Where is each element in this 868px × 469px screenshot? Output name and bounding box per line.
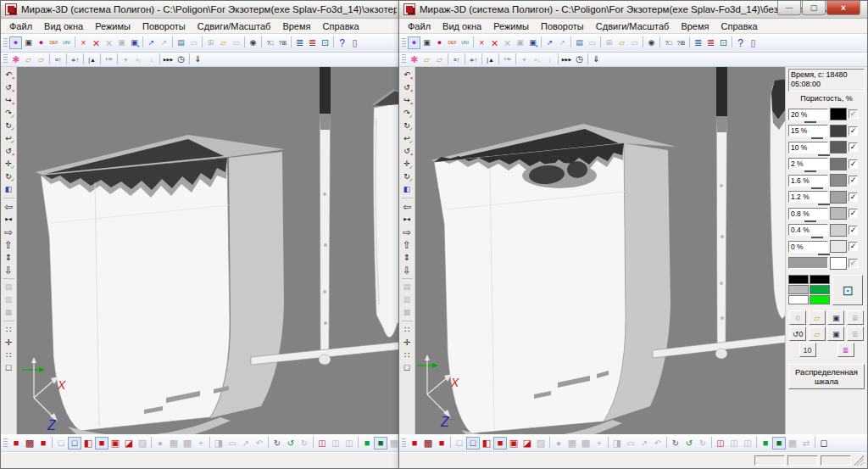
scale-value-slider[interactable] [811, 237, 823, 238]
delete-all-icon[interactable]: × [90, 36, 103, 49]
time-begin-icon[interactable]: ≑↑ [69, 53, 81, 66]
zoom-fit-icon[interactable]: ✛ [400, 336, 415, 349]
delete-all-icon[interactable]: × [488, 36, 501, 49]
rotate-y-pos-icon[interactable]: ↻✓ [400, 120, 415, 132]
pan-left-icon[interactable]: ⇦ [2, 200, 16, 213]
titlebar[interactable]: Мираж-3D (система Полигон) - C:\Poligon\… [1, 1, 401, 19]
menu-file[interactable]: Файл [3, 20, 38, 32]
palette-color-cell[interactable] [810, 275, 830, 284]
menu-rotations[interactable]: Повороты [535, 20, 590, 32]
journal-icon[interactable]: ▯ [747, 36, 760, 49]
rotate-axes-icon[interactable]: ✛✓ [400, 158, 415, 170]
cube-3d-icon[interactable]: ▣ [507, 437, 520, 449]
scale-visibility-checkbox[interactable]: ✓ [849, 209, 858, 218]
zoom-in-icon[interactable]: ∷ [400, 323, 415, 336]
cube-face-icon[interactable]: ◪ [122, 437, 136, 449]
time-sort-up-icon[interactable]: ≡↑ [450, 53, 463, 66]
scale-value-field[interactable]: 20 % [788, 109, 828, 120]
viewport-3d[interactable]: X Z [415, 67, 785, 434]
timer-count-icon[interactable]: ◷ [175, 53, 187, 66]
palette-icon[interactable]: ● [408, 36, 420, 49]
rotate-90-neg-icon[interactable]: ↺× [400, 145, 415, 158]
zoom-out-icon[interactable]: ∷ [2, 349, 16, 361]
rotate-z-neg-icon[interactable]: ↪× [2, 94, 16, 107]
cube-outline-icon[interactable]: ◻ [817, 437, 831, 449]
axes-icon[interactable]: ✱ [408, 53, 420, 66]
auto-forward-icon[interactable]: ▶▶▶ [560, 53, 573, 66]
pan-right-icon[interactable]: ⇨ [400, 226, 415, 238]
camera-icon[interactable]: ◉ [247, 36, 259, 49]
zoom-fit-icon[interactable]: ✛ [2, 336, 16, 349]
scale-value-slider[interactable] [818, 204, 830, 205]
distributed-scale-button[interactable]: Распределенная шкала [788, 364, 865, 389]
toolbar-grip[interactable] [402, 38, 406, 48]
def-palette-icon[interactable]: DEF [446, 36, 459, 49]
delete-point-icon[interactable]: × [77, 36, 90, 49]
window-no-exoterm[interactable]: Мираж-3D (система Полигон) - C:\Poligon\… [398, 0, 868, 469]
scale-value-slider[interactable] [811, 187, 823, 189]
menu-file[interactable]: Файл [402, 20, 437, 32]
save-view-add-icon[interactable]: ▣+ [526, 36, 539, 49]
rotate-z-neg-icon[interactable]: ↪× [400, 94, 415, 107]
scale-color-swatch[interactable] [830, 141, 847, 154]
pan-up-icon[interactable]: ⇧ [400, 238, 415, 251]
folder-export-icon[interactable]: ▱ [217, 36, 230, 49]
scale-value-field[interactable]: 10 % [788, 142, 828, 154]
cube-slice-icon[interactable]: ◧ [81, 437, 95, 449]
time-step-up-icon[interactable]: |▲ [484, 53, 497, 66]
uni-palette-icon[interactable]: UNI [459, 36, 471, 49]
scale-color-swatch[interactable] [830, 158, 847, 170]
cube-wire-icon[interactable]: □ [68, 437, 81, 449]
scale-value-slider[interactable] [818, 254, 830, 255]
time-grid-icon[interactable]: 1:30 [501, 53, 514, 66]
time-grid-icon[interactable]: 1:30 [103, 53, 115, 66]
rotate-90-pos-icon[interactable]: ↻✓ [400, 170, 415, 183]
menu-shifts-scale[interactable]: Сдвиги/Масштаб [590, 20, 676, 32]
image-export-icon[interactable]: ▤ [573, 36, 586, 49]
scale-visibility-checkbox[interactable]: ✓ [849, 226, 858, 235]
refresh-outline-icon[interactable]: ↻ [270, 437, 284, 449]
rotate-x-neg-icon[interactable]: ↶× [400, 69, 415, 81]
cube-slice-icon[interactable]: ◧ [480, 437, 493, 449]
rotate-x-pos-icon[interactable]: ↷✓ [400, 107, 415, 120]
pan-down-icon[interactable]: ⇩ [400, 264, 415, 276]
scale-value-field[interactable]: 0.8 % [788, 208, 828, 220]
folder-open-icon[interactable]: ▱ [420, 53, 433, 66]
render-mode-icon[interactable]: ▣ [420, 36, 433, 49]
scale-save-button[interactable]: ▣ [827, 310, 844, 325]
flag-red-blue-icon[interactable]: ◫ [714, 437, 727, 449]
rotate-y-pos-icon[interactable]: ↻✓ [2, 120, 16, 132]
cube-solid-icon[interactable]: ■ [9, 437, 23, 449]
help-icon[interactable]: ? [734, 36, 747, 49]
maximize-button[interactable]: ▢ [802, 1, 826, 15]
scale-visibility-checkbox[interactable]: ✓ [849, 193, 858, 202]
cube-green2-icon[interactable]: ■ [374, 437, 387, 449]
auto-forward-icon[interactable]: ▶▶▶ [162, 53, 175, 66]
palette-color-cell[interactable] [788, 275, 809, 284]
scale-reset-button[interactable]: ↺0 [789, 327, 806, 341]
titlebar[interactable]: Мираж-3D (система Полигон) - C:\Poligon\… [399, 1, 867, 19]
menu-help[interactable]: Справка [715, 20, 764, 32]
time-sort-up-icon[interactable]: ≡↑ [52, 53, 64, 66]
rotate-90-neg-icon[interactable]: ↺× [2, 145, 16, 158]
scale-value-field[interactable]: 1.2 % [788, 191, 828, 203]
folder-open2-icon[interactable]: ▱ [433, 53, 446, 66]
cube-sketch-icon[interactable]: □ [54, 437, 68, 449]
scale-load2-button[interactable]: ▱ [809, 327, 826, 341]
palette-color-cell[interactable] [810, 295, 830, 304]
uni-palette-icon[interactable]: UNI [60, 36, 73, 49]
cube-solid-icon[interactable]: ■ [408, 437, 421, 449]
window-info2-icon[interactable]: ?⊞ [276, 36, 289, 49]
palette-color-cell[interactable] [788, 285, 809, 294]
scale-colors-button[interactable]: ≣ [837, 343, 854, 357]
palette-color-cell[interactable] [788, 295, 809, 304]
toolbar-grip[interactable] [3, 438, 8, 449]
view-cube-icon[interactable]: ◧ [400, 183, 415, 196]
timer-count-icon[interactable]: ◷ [573, 53, 586, 66]
monitor-icon[interactable]: ⊡ [319, 36, 331, 49]
toolbar-grip[interactable] [3, 54, 8, 64]
delete-point-icon[interactable]: × [476, 36, 488, 49]
scale-value-slider[interactable] [804, 221, 816, 222]
scale-value-slider[interactable] [818, 154, 830, 156]
rotate-z-pos-icon[interactable]: ↩✓ [400, 132, 415, 145]
